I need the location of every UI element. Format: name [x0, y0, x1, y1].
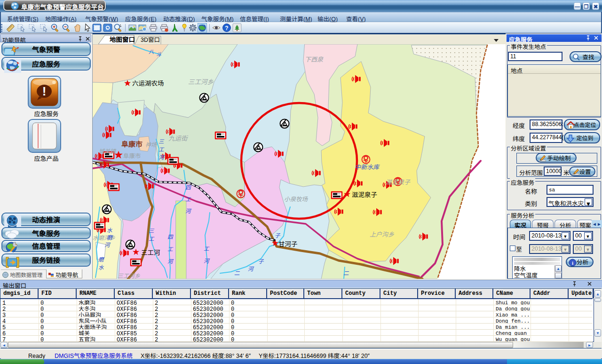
svg-text:三工河乡: 三工河乡 [188, 77, 214, 86]
svg-text:四: 四 [185, 183, 191, 191]
svg-text:!: ! [42, 84, 47, 98]
svg-text:六运湖农场: 六运湖农场 [132, 78, 164, 87]
svg-text:甘河子: 甘河子 [278, 239, 298, 248]
svg-text:九运街: 九运街 [168, 133, 189, 142]
svg-text:上户沟乡: 上户沟乡 [370, 229, 394, 238]
svg-text:?: ? [225, 25, 228, 32]
svg-text:阜康市: 阜康市 [121, 139, 143, 149]
svg-text:地图窗口: 地图窗口 [110, 34, 135, 44]
svg-text:斗: 斗 [156, 50, 162, 58]
svg-text:水: 水 [98, 263, 104, 271]
svg-text:四: 四 [167, 233, 174, 240]
svg-text:工: 工 [185, 195, 191, 203]
svg-text:子: 子 [258, 257, 264, 265]
svg-text:八: 八 [149, 47, 154, 55]
svg-text:下西泉: 下西泉 [305, 55, 324, 63]
svg-text:阜康市: 阜康市 [123, 151, 141, 160]
svg-text:工: 工 [149, 235, 155, 242]
svg-text:神场: 神场 [145, 140, 157, 148]
svg-text:工: 工 [167, 245, 174, 253]
svg-text:工: 工 [158, 145, 165, 153]
svg-text:i: i [572, 260, 573, 266]
svg-text:三工河: 三工河 [141, 247, 160, 257]
svg-text:工: 工 [204, 245, 210, 252]
svg-text:中新水库: 中新水库 [355, 162, 380, 171]
svg-text:滋泥泉子: 滋泥泉子 [386, 177, 411, 186]
svg-text:城关镇: 城关镇 [99, 147, 117, 155]
svg-text:三工河乡: 三工河乡 [118, 271, 140, 279]
svg-text:二: 二 [343, 269, 349, 277]
svg-text:二: 二 [234, 269, 240, 277]
svg-text:三: 三 [149, 227, 155, 234]
svg-text:小泉牧场: 小泉牧场 [284, 194, 309, 203]
svg-text:子: 子 [275, 231, 281, 239]
svg-text:3D窗口: 3D窗口 [141, 35, 160, 44]
svg-text:滋泥泉子: 滋泥泉子 [352, 190, 377, 199]
svg-text:三: 三 [158, 137, 165, 145]
svg-text:水: 水 [107, 226, 112, 234]
